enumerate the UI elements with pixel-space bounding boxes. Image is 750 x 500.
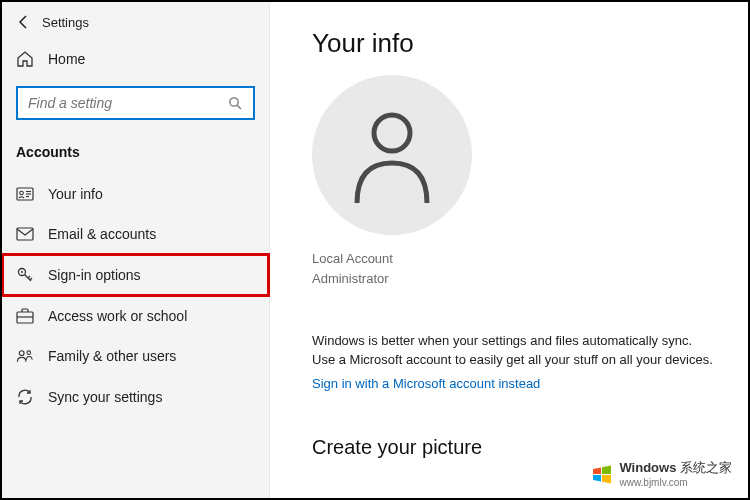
nav-label: Sync your settings: [48, 389, 162, 405]
search-icon: [228, 96, 243, 111]
nav-label: Family & other users: [48, 348, 176, 364]
account-type-line: Local Account: [312, 249, 718, 269]
back-icon[interactable]: [16, 14, 32, 30]
nav-access-work-school[interactable]: Access work or school: [2, 296, 269, 336]
watermark: Windows 系统之家 www.bjmlv.com: [585, 457, 738, 490]
search-input[interactable]: [28, 95, 228, 111]
person-icon: [347, 105, 437, 205]
main-panel: Your info Local Account Administrator Wi…: [270, 2, 748, 498]
nav-label: Email & accounts: [48, 226, 156, 242]
svg-point-0: [230, 97, 238, 105]
home-label: Home: [48, 51, 85, 67]
home-nav[interactable]: Home: [2, 40, 269, 78]
search-input-wrap[interactable]: [16, 86, 255, 120]
account-role-line: Administrator: [312, 269, 718, 289]
svg-point-9: [21, 271, 23, 273]
users-icon: [16, 348, 34, 364]
sign-in-microsoft-link[interactable]: Sign in with a Microsoft account instead: [312, 376, 540, 391]
svg-point-14: [374, 115, 410, 151]
window-title: Settings: [42, 15, 89, 30]
nav-sync-settings[interactable]: Sync your settings: [2, 376, 269, 418]
account-type: Local Account Administrator: [312, 249, 718, 288]
sync-icon: [16, 388, 34, 406]
nav-email-accounts[interactable]: Email & accounts: [2, 214, 269, 254]
settings-sidebar: Settings Home Accounts Your info: [2, 2, 270, 498]
watermark-suffix: 系统之家: [680, 460, 732, 475]
avatar: [312, 75, 472, 235]
create-picture-heading: Create your picture: [312, 436, 718, 459]
topbar: Settings: [2, 8, 269, 40]
nav-sign-in-options[interactable]: Sign-in options: [2, 254, 269, 296]
svg-point-3: [20, 191, 24, 195]
nav-label: Sign-in options: [48, 267, 141, 283]
mail-icon: [16, 227, 34, 241]
watermark-site: www.bjmlv.com: [619, 477, 732, 488]
id-icon: [16, 187, 34, 201]
briefcase-icon: [16, 308, 34, 324]
nav-family-users[interactable]: Family & other users: [2, 336, 269, 376]
nav-label: Access work or school: [48, 308, 187, 324]
sync-description: Windows is better when your settings and…: [312, 332, 718, 370]
page-title: Your info: [312, 28, 718, 59]
svg-point-12: [19, 351, 24, 356]
nav-label: Your info: [48, 186, 103, 202]
svg-line-1: [237, 105, 241, 109]
key-icon: [16, 266, 34, 284]
svg-point-13: [27, 351, 31, 355]
search-container: [2, 78, 269, 134]
category-heading: Accounts: [2, 134, 269, 174]
watermark-brand: Windows: [619, 460, 676, 475]
svg-rect-7: [17, 228, 33, 240]
windows-logo-icon: [591, 463, 613, 485]
home-icon: [16, 50, 34, 68]
nav-your-info[interactable]: Your info: [2, 174, 269, 214]
